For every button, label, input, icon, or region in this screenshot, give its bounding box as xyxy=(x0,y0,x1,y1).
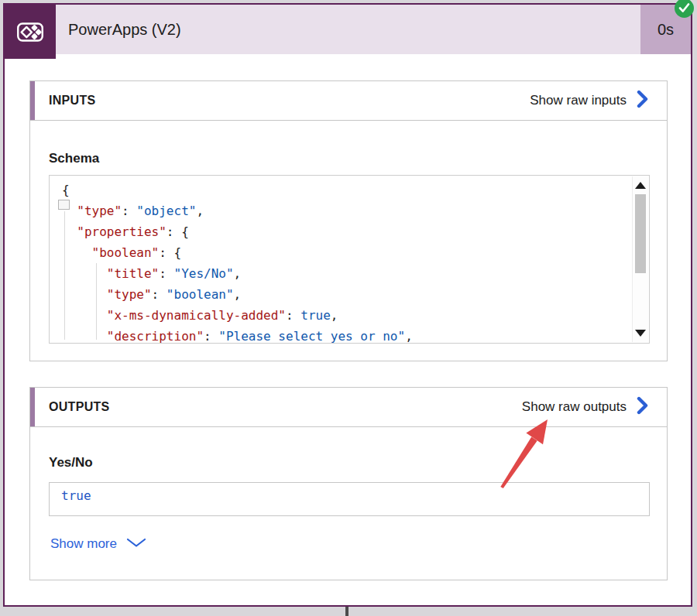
code-line: "type": "object", xyxy=(62,200,632,221)
powerapps-icon xyxy=(5,5,56,59)
code-line: "title": "Yes/No", xyxy=(62,263,632,284)
code-line: "x-ms-dynamically-added": true, xyxy=(62,305,632,326)
scrollbar-thumb[interactable] xyxy=(635,194,646,273)
code-scrollbar[interactable] xyxy=(632,176,648,342)
action-card: PowerApps (V2) 0s INPUTS Show raw inputs… xyxy=(3,3,692,607)
show-raw-outputs-link[interactable]: Show raw outputs xyxy=(522,396,648,419)
output-value-box: true xyxy=(49,482,650,516)
schema-code-lines: { "type": "object", "properties": { "boo… xyxy=(50,176,632,343)
inputs-accent-bar xyxy=(30,81,35,120)
show-raw-outputs-label: Show raw outputs xyxy=(522,399,627,415)
scroll-down-arrow-icon[interactable] xyxy=(635,330,646,337)
chevron-down-icon xyxy=(126,536,146,552)
code-fold-widget[interactable] xyxy=(58,200,70,210)
flow-connector-line xyxy=(345,607,348,616)
show-raw-inputs-label: Show raw inputs xyxy=(530,93,627,108)
show-more-label: Show more xyxy=(50,536,117,552)
code-line: "type": "boolean", xyxy=(62,284,632,305)
action-title: PowerApps (V2) xyxy=(68,5,181,54)
output-field-value: true xyxy=(61,488,91,503)
inputs-section-header: INPUTS Show raw inputs xyxy=(30,81,667,121)
inputs-title: INPUTS xyxy=(49,94,95,108)
outputs-section-header: OUTPUTS Show raw outputs xyxy=(30,388,667,427)
code-line: "properties": { xyxy=(62,221,632,242)
action-card-header[interactable]: PowerApps (V2) 0s xyxy=(5,5,691,54)
show-more-link[interactable]: Show more xyxy=(50,536,146,552)
outputs-accent-bar xyxy=(30,388,35,426)
output-field-label: Yes/No xyxy=(49,455,93,471)
inputs-section: INPUTS Show raw inputs Schema { "type": … xyxy=(29,80,668,361)
scroll-up-arrow-icon[interactable] xyxy=(635,182,646,189)
schema-code-box: { "type": "object", "properties": { "boo… xyxy=(49,175,650,344)
code-line: "description": "Please select yes or no"… xyxy=(62,326,632,343)
code-line: "boolean": { xyxy=(62,242,632,263)
outputs-title: OUTPUTS xyxy=(49,400,110,414)
outputs-section: OUTPUTS Show raw outputs Yes/No true Sho… xyxy=(29,387,668,580)
chevron-right-icon xyxy=(637,396,648,419)
show-raw-inputs-link[interactable]: Show raw inputs xyxy=(530,90,648,112)
code-line: { xyxy=(62,180,632,200)
schema-label: Schema xyxy=(49,151,99,166)
chevron-right-icon xyxy=(637,90,648,112)
